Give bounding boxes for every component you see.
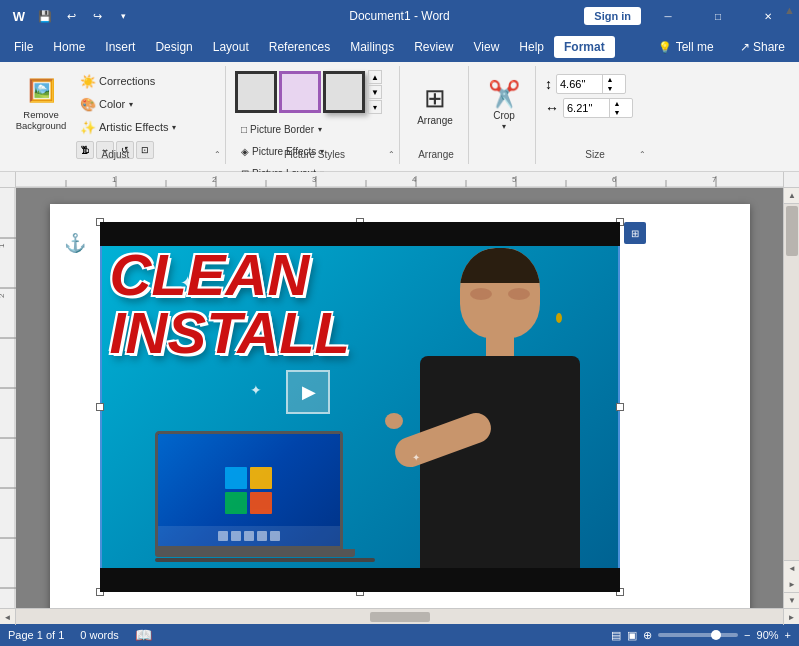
menu-home[interactable]: Home	[43, 36, 95, 58]
zoom-level[interactable]: 90%	[757, 629, 779, 641]
adjust-expand[interactable]: ⌃	[211, 148, 223, 160]
svg-text:1: 1	[112, 175, 117, 184]
picture-styles-expand[interactable]: ⌃	[385, 148, 397, 160]
menu-file[interactable]: File	[4, 36, 43, 58]
windows-logo	[225, 467, 272, 514]
scroll-h-thumb[interactable]	[370, 612, 430, 622]
status-left: Page 1 of 1 0 words 📖	[8, 627, 152, 643]
customize-btn[interactable]: ▾	[112, 5, 134, 27]
zoom-slider[interactable]	[658, 633, 738, 637]
zoom-thumb[interactable]	[711, 630, 721, 640]
artistic-effects-button[interactable]: ✨ Artistic Effects ▾	[74, 116, 182, 138]
height-down[interactable]: ▼	[603, 84, 617, 93]
document-canvas: ⚓ ✦ ✦ ✦ ✦ ✦	[16, 188, 783, 608]
reading-mode-icon[interactable]: ▤	[611, 629, 621, 642]
svg-text:5: 5	[512, 175, 517, 184]
person-body	[420, 356, 580, 568]
handle-middle-right[interactable]	[616, 403, 624, 411]
ribbon-collapse-btn[interactable]: ▲	[784, 4, 795, 16]
page: ⚓ ✦ ✦ ✦ ✦ ✦	[50, 204, 750, 608]
ruler-h-svg: 1 2 3 4 5 6 7	[16, 172, 783, 188]
height-icon: ↕	[545, 76, 552, 92]
redo-btn[interactable]: ↪	[86, 5, 108, 27]
menu-help[interactable]: Help	[509, 36, 554, 58]
style-1[interactable]	[235, 71, 277, 113]
svg-text:4: 4	[412, 175, 417, 184]
menu-insert[interactable]: Insert	[95, 36, 145, 58]
titlebar: W 💾 ↩ ↪ ▾ Document1 - Word Sign in ─ □ ✕	[0, 0, 799, 32]
black-bar-top	[100, 222, 620, 246]
clean-text: CLEAN	[110, 246, 351, 304]
scroll-right-button[interactable]: ►	[783, 609, 799, 625]
ribbon-group-crop: ✂️ Crop ▾	[473, 66, 536, 164]
picture-styles-group-label: Picture Styles	[230, 149, 399, 160]
layout-options-button[interactable]: ⊞	[624, 222, 646, 244]
style-2[interactable]	[279, 71, 321, 113]
image-container[interactable]: ✦ ✦ ✦ ✦ ✦ CLEAN INSTALL	[100, 222, 620, 592]
style-3[interactable]	[323, 71, 365, 113]
width-down[interactable]: ▼	[610, 108, 624, 117]
menu-design[interactable]: Design	[145, 36, 202, 58]
main-image[interactable]: ✦ ✦ ✦ ✦ ✦ CLEAN INSTALL	[100, 222, 620, 592]
crop-label: Crop	[493, 110, 515, 122]
undo-btn[interactable]: ↩	[60, 5, 82, 27]
menu-review[interactable]: Review	[404, 36, 463, 58]
print-layout-icon[interactable]: ▣	[627, 629, 637, 642]
statusbar: Page 1 of 1 0 words 📖 ▤ ▣ ⊕ − 90% +	[0, 624, 799, 646]
web-layout-icon[interactable]: ⊕	[643, 629, 652, 642]
scroll-track[interactable]	[784, 204, 799, 560]
book-icon[interactable]: 📖	[135, 627, 152, 643]
menu-format[interactable]: Format	[554, 36, 615, 58]
scroll-up-button[interactable]: ▲	[784, 188, 799, 204]
size-expand[interactable]: ⌃	[636, 148, 648, 160]
scroll-h-track[interactable]	[16, 609, 783, 624]
height-input[interactable]	[557, 78, 602, 90]
styles-more-btn[interactable]: ▾	[368, 100, 382, 114]
arrange-button[interactable]: ⊞ Arrange	[409, 70, 461, 140]
artistic-effects-label: Artistic Effects	[99, 121, 168, 133]
play-icon: ▶	[302, 381, 316, 403]
content-area: 1 2 ⚓ ✦	[0, 188, 799, 608]
menu-references[interactable]: References	[259, 36, 340, 58]
height-spinners: ▲ ▼	[602, 75, 617, 93]
width-up[interactable]: ▲	[610, 99, 624, 108]
scroll-down-button[interactable]: ▼	[784, 592, 799, 608]
menu-layout[interactable]: Layout	[203, 36, 259, 58]
ruler-corner	[0, 172, 16, 188]
height-up[interactable]: ▲	[603, 75, 617, 84]
height-input-container[interactable]: ▲ ▼	[556, 74, 626, 94]
page-indicator: Page 1 of 1	[8, 629, 64, 641]
zoom-minus[interactable]: −	[744, 629, 750, 641]
scroll-left-button[interactable]: ◄	[0, 609, 16, 625]
tell-me-input[interactable]: 💡 Tell me	[648, 36, 724, 58]
color-button[interactable]: 🎨 Color ▾	[74, 93, 182, 115]
ruler-area: 1 2 3 4 5 6 7	[0, 172, 799, 188]
minimize-button[interactable]: ─	[645, 0, 691, 32]
styles-down-btn[interactable]: ▼	[368, 85, 382, 99]
sign-in-button[interactable]: Sign in	[584, 7, 641, 25]
scroll-prev-page[interactable]: ◄	[784, 560, 799, 576]
install-text: INSTALL	[110, 304, 351, 362]
below-ribbon: 1 2 3 4 5 6 7	[0, 172, 799, 624]
person-cheek-r	[508, 288, 530, 300]
picture-border-btn[interactable]: □Picture Border▾	[235, 118, 328, 140]
handle-middle-left[interactable]	[96, 403, 104, 411]
crop-button[interactable]: ✂️ Crop ▾	[478, 70, 530, 140]
play-button[interactable]: ▶	[286, 370, 330, 414]
scroll-thumb[interactable]	[786, 206, 798, 256]
save-btn[interactable]: 💾	[34, 5, 56, 27]
person-head-area	[460, 248, 540, 338]
scroll-next-page[interactable]: ►	[784, 576, 799, 592]
menu-view[interactable]: View	[464, 36, 510, 58]
share-button[interactable]: ↗ Share	[730, 36, 795, 58]
width-icon: ↔	[545, 100, 559, 116]
zoom-plus[interactable]: +	[785, 629, 791, 641]
menu-mailings[interactable]: Mailings	[340, 36, 404, 58]
corrections-button[interactable]: ☀️ Corrections	[74, 70, 182, 92]
styles-up-btn[interactable]: ▲	[368, 70, 382, 84]
ribbon-group-adjust: 🖼️ Remove Background ☀️ Corrections 🎨 Co…	[6, 66, 226, 164]
width-input-container[interactable]: ▲ ▼	[563, 98, 633, 118]
width-input[interactable]	[564, 102, 609, 114]
maximize-button[interactable]: □	[695, 0, 741, 32]
remove-background-button[interactable]: 🖼️ Remove Background	[11, 70, 71, 140]
